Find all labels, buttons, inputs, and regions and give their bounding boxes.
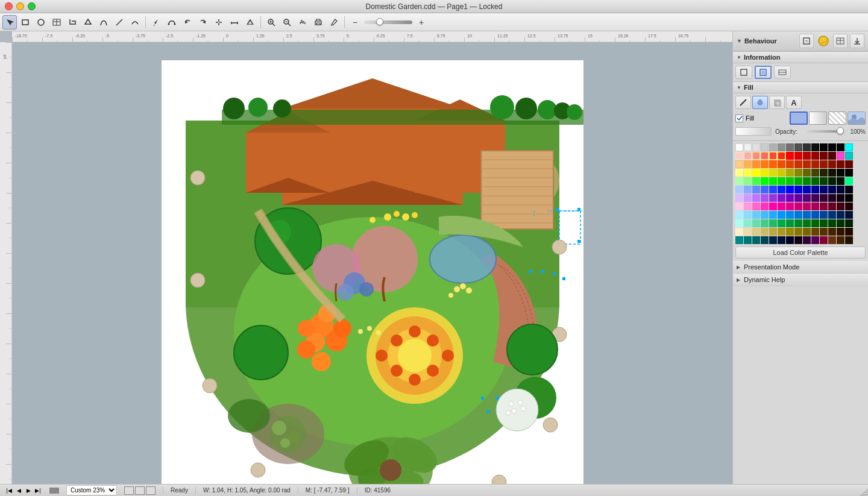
color-swatch[interactable]: [769, 143, 777, 151]
color-swatch[interactable]: [845, 177, 853, 185]
color-swatch[interactable]: [769, 236, 777, 244]
color-swatch[interactable]: [752, 219, 760, 227]
fill-bucket-btn[interactable]: [752, 96, 768, 109]
color-swatch[interactable]: [794, 228, 802, 236]
behaviour-lock-btn[interactable]: 🔑: [816, 34, 831, 48]
color-swatch[interactable]: [811, 202, 819, 210]
view-mode-3[interactable]: [146, 486, 156, 495]
color-swatch[interactable]: [820, 152, 828, 160]
eyedropper-tool[interactable]: [327, 15, 341, 30]
resize-corner[interactable]: [858, 486, 868, 496]
behaviour-obj-btn[interactable]: [799, 34, 814, 48]
color-swatch[interactable]: [761, 194, 769, 202]
color-swatch[interactable]: [786, 177, 794, 185]
color-swatch[interactable]: [778, 194, 785, 202]
color-swatch[interactable]: [752, 228, 760, 236]
color-swatch[interactable]: [828, 169, 836, 177]
opacity-slider[interactable]: [802, 130, 844, 133]
color-swatch[interactable]: [845, 186, 853, 193]
color-swatch[interactable]: [803, 202, 811, 210]
color-swatch[interactable]: [735, 169, 743, 177]
color-swatch[interactable]: [811, 169, 819, 177]
presentation-mode-item[interactable]: ▶ Presentation Mode: [733, 261, 868, 274]
color-swatch[interactable]: [778, 177, 785, 185]
color-swatch[interactable]: [811, 211, 819, 219]
color-swatch[interactable]: [803, 152, 811, 160]
color-swatch[interactable]: [811, 186, 819, 193]
polygon-tool[interactable]: [81, 15, 95, 30]
color-swatch[interactable]: [828, 228, 836, 236]
color-swatch[interactable]: [820, 169, 828, 177]
color-swatch[interactable]: [744, 202, 752, 210]
garden-drawing[interactable]: [162, 60, 583, 484]
color-swatch[interactable]: [803, 236, 811, 244]
color-swatch[interactable]: [786, 211, 794, 219]
table-tool[interactable]: [49, 15, 64, 30]
info-obj-btn[interactable]: [735, 66, 752, 79]
color-swatch[interactable]: [786, 143, 794, 151]
zoom-plus-btn[interactable]: +: [414, 15, 429, 30]
close-button[interactable]: [5, 2, 13, 10]
ruler-tool[interactable]: [227, 15, 242, 30]
pattern-fill-btn[interactable]: [828, 111, 846, 125]
color-swatch[interactable]: [769, 194, 777, 202]
color-swatch[interactable]: [794, 177, 802, 185]
color-swatch[interactable]: [828, 177, 836, 185]
color-swatch[interactable]: [744, 228, 752, 236]
color-swatch[interactable]: [735, 160, 743, 168]
color-swatch[interactable]: [761, 152, 769, 160]
fill-check-group[interactable]: Fill: [735, 115, 754, 122]
zoom-slider-track[interactable]: [364, 20, 412, 24]
color-swatch[interactable]: [786, 228, 794, 236]
next-page-btn[interactable]: ▶: [24, 486, 33, 495]
color-swatch[interactable]: [735, 219, 743, 227]
color-swatch[interactable]: [778, 219, 785, 227]
color-swatch[interactable]: [811, 219, 819, 227]
window-controls[interactable]: [5, 2, 36, 10]
color-swatch[interactable]: [794, 236, 802, 244]
color-swatch[interactable]: [820, 194, 828, 202]
color-swatch[interactable]: [769, 186, 777, 193]
color-swatch[interactable]: [786, 169, 794, 177]
info-layout-btn[interactable]: [774, 66, 791, 79]
arc-tool[interactable]: [128, 15, 142, 30]
color-swatch[interactable]: [828, 152, 836, 160]
color-swatch[interactable]: [744, 194, 752, 202]
color-swatch[interactable]: [744, 177, 752, 185]
color-swatch[interactable]: [778, 152, 785, 160]
color-swatch[interactable]: [744, 219, 752, 227]
color-swatch[interactable]: [794, 194, 802, 202]
color-swatch[interactable]: [786, 219, 794, 227]
color-swatch[interactable]: [828, 236, 836, 244]
color-swatch[interactable]: [828, 211, 836, 219]
color-swatch[interactable]: [845, 228, 853, 236]
color-swatch[interactable]: [845, 152, 853, 160]
color-swatch[interactable]: [786, 152, 794, 160]
color-swatch[interactable]: [837, 186, 844, 193]
color-swatch[interactable]: [794, 152, 802, 160]
dynamic-help-item[interactable]: ▶ Dynamic Help: [733, 274, 868, 286]
color-swatch[interactable]: [761, 228, 769, 236]
color-swatch[interactable]: [803, 186, 811, 193]
color-swatch[interactable]: [778, 160, 785, 168]
shadow-btn[interactable]: [769, 96, 785, 109]
color-swatch[interactable]: [744, 186, 752, 193]
page-1-indicator[interactable]: [49, 488, 59, 494]
color-swatch[interactable]: [778, 211, 785, 219]
info-style-btn[interactable]: [755, 66, 772, 79]
select-tool[interactable]: [2, 15, 17, 30]
color-swatch[interactable]: [845, 236, 853, 244]
image-fill-btn[interactable]: [848, 111, 866, 125]
color-swatch[interactable]: [803, 194, 811, 202]
color-swatch[interactable]: [735, 194, 743, 202]
color-swatch[interactable]: [811, 160, 819, 168]
color-swatch[interactable]: [752, 143, 760, 151]
fill-checkbox[interactable]: [735, 115, 743, 122]
zoom-fit-tool[interactable]: [264, 15, 278, 30]
color-swatch[interactable]: [811, 143, 819, 151]
color-swatch[interactable]: [837, 177, 844, 185]
text-style-btn[interactable]: A: [786, 96, 802, 109]
color-swatch[interactable]: [837, 228, 844, 236]
color-swatch[interactable]: [820, 160, 828, 168]
color-swatch[interactable]: [778, 169, 785, 177]
